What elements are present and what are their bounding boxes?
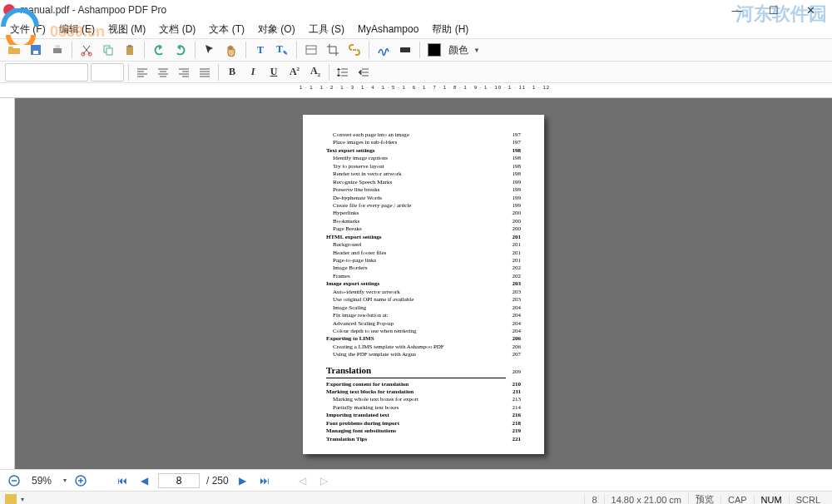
last-page-button[interactable]: ⏭: [257, 473, 272, 488]
toc-row: Hyperlinks200: [326, 210, 521, 217]
separator: [329, 64, 329, 81]
ruler-ticks: 1 · 1 · 1 · 2 · 1 · 3 · 1 · 4 · 1 · 5 · …: [300, 85, 549, 96]
maximize-button[interactable]: ☐: [755, 0, 792, 20]
canvas-area[interactable]: Convert each page into an image197Place …: [15, 98, 832, 469]
status-num: NUM: [754, 495, 789, 505]
toc-row: Background201: [326, 241, 521, 249]
italic-button[interactable]: I: [244, 63, 262, 82]
chevron-down-icon[interactable]: ▼: [473, 47, 480, 54]
close-button[interactable]: ✕: [792, 0, 829, 20]
svg-rect-9: [128, 45, 131, 47]
align-justify-button[interactable]: [196, 63, 214, 82]
hand-tool[interactable]: [222, 41, 240, 59]
save-button[interactable]: [27, 41, 45, 59]
separator: [195, 42, 196, 58]
color-picker[interactable]: [425, 41, 443, 59]
separator: [245, 42, 246, 58]
text-tool[interactable]: T: [251, 41, 270, 59]
menu-help[interactable]: 帮助 (H): [427, 21, 473, 38]
history-forward-button[interactable]: ▷: [317, 473, 332, 488]
cut-button[interactable]: [77, 41, 96, 59]
superscript-button[interactable]: A2: [285, 63, 304, 82]
toc-row: Fix image resolution at:204: [326, 312, 521, 319]
redact-tool[interactable]: [396, 41, 414, 59]
page-total: / 250: [206, 475, 229, 487]
menu-view[interactable]: 视图 (M): [103, 21, 151, 38]
menu-bar: 文件 (F) 编辑 (E) 视图 (M) 文档 (D) 文本 (T) 对象 (O…: [0, 20, 832, 38]
zoom-dropdown[interactable]: ▾: [63, 477, 67, 484]
separator: [296, 42, 297, 58]
title-bar: manual.pdf - Ashampoo PDF Pro — ☐ ✕: [0, 0, 832, 20]
pointer-tool[interactable]: [201, 41, 219, 59]
zoom-value: 59%: [28, 475, 55, 487]
first-page-button[interactable]: ⏮: [115, 473, 130, 488]
zoom-in-button[interactable]: [73, 473, 88, 488]
align-right-button[interactable]: [175, 63, 193, 82]
zoom-out-button[interactable]: [7, 473, 22, 488]
underline-button[interactable]: U: [265, 63, 283, 82]
status-dropdown[interactable]: ▾: [21, 496, 24, 503]
vertical-ruler: [0, 98, 15, 469]
font-family-select[interactable]: [5, 63, 88, 82]
pdf-page: Convert each page into an image197Place …: [303, 115, 544, 454]
toc-row: Image Borders202: [326, 264, 521, 272]
status-scrl: SCRL: [789, 495, 827, 505]
menu-object[interactable]: 对象 (O): [253, 21, 300, 38]
align-left-button[interactable]: [133, 63, 151, 82]
minimize-button[interactable]: —: [719, 0, 755, 20]
status-page-num: 8: [584, 495, 603, 505]
link-tool[interactable]: [345, 41, 364, 59]
toc-row: Exporting to LIMS206: [326, 335, 521, 343]
toc-row: Marking text blocks for translation211: [326, 388, 521, 396]
open-button[interactable]: [5, 41, 23, 59]
app-icon: [3, 4, 15, 16]
toc-row: Marking whole text boxes for export213: [326, 396, 521, 403]
prev-page-button[interactable]: ◀: [136, 473, 151, 488]
toc-row: Creating a LIMS template with Ashampoo P…: [326, 343, 521, 351]
svg-rect-1: [33, 51, 38, 54]
history-back-button[interactable]: ◁: [295, 473, 310, 488]
font-size-select[interactable]: [91, 63, 124, 82]
separator: [128, 64, 129, 81]
toc-row: Managing font substitutions219: [326, 427, 521, 435]
menu-edit[interactable]: 编辑 (E): [54, 21, 100, 38]
toc-row: Text export settings198: [326, 147, 521, 155]
toc-row: Exporting content for translation210: [326, 381, 521, 388]
menu-tools[interactable]: 工具 (S): [304, 21, 349, 38]
align-center-button[interactable]: [154, 63, 172, 82]
line-spacing-button[interactable]: [334, 63, 352, 82]
copy-button[interactable]: [99, 41, 117, 59]
next-page-button[interactable]: ▶: [235, 473, 250, 488]
toc-row: Image Scaling204: [326, 304, 521, 312]
separator: [144, 42, 145, 58]
redo-button[interactable]: [171, 41, 190, 59]
text-edit-tool[interactable]: T✎: [273, 41, 291, 59]
undo-button[interactable]: [150, 41, 168, 59]
print-button[interactable]: [48, 41, 67, 59]
color-swatch: [428, 43, 441, 57]
toc-row: Convert each page into an image197: [326, 131, 521, 139]
toc-row: Colour depth to use when rendering204: [326, 328, 521, 335]
page-number-input[interactable]: [158, 473, 200, 488]
status-icon: [5, 494, 17, 505]
menu-file[interactable]: 文件 (F): [5, 21, 51, 38]
paste-button[interactable]: [121, 41, 139, 59]
toc-row: Image export settings203: [326, 280, 521, 288]
toc-row: Preserve line breaks199: [326, 186, 521, 194]
menu-text[interactable]: 文本 (T): [204, 21, 250, 38]
separator: [218, 64, 219, 81]
crop-tool[interactable]: [324, 41, 342, 59]
indent-button[interactable]: [354, 63, 373, 82]
menu-document[interactable]: 文档 (D): [154, 21, 201, 38]
format-toolbar: B I U A2 A2: [0, 62, 832, 83]
toc-row: Use original OPI name if available203: [326, 296, 521, 304]
window-title: manual.pdf - Ashampoo PDF Pro: [20, 4, 719, 16]
toc-row: Importing translated text216: [326, 412, 521, 419]
signature-tool[interactable]: [374, 41, 393, 59]
form-tool[interactable]: [302, 41, 320, 59]
menu-myashampoo[interactable]: MyAshampoo: [353, 22, 423, 37]
toc-row: Recognize Speech Marks199: [326, 179, 521, 186]
subscript-button[interactable]: A2: [306, 63, 324, 82]
bold-button[interactable]: B: [223, 63, 241, 82]
toc-row: Using the PDF template with Argus207: [326, 351, 521, 358]
